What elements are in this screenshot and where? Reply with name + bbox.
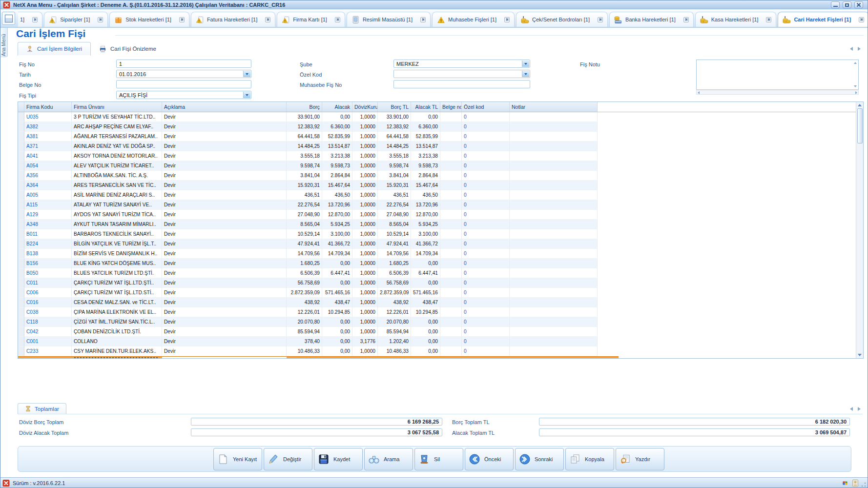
cell-borc[interactable]: 14.709,56 <box>287 249 322 259</box>
cell-doviz_kuru[interactable]: 1,0000 <box>352 259 378 268</box>
cell-borc_tl[interactable]: 9.598,74 <box>378 161 411 171</box>
cell-firma_kodu[interactable]: A129 <box>24 210 72 220</box>
cell-belge_no[interactable] <box>440 298 462 307</box>
cell-notlar[interactable] <box>510 327 598 337</box>
cell-notlar[interactable] <box>510 112 598 122</box>
cell-alacak_tl[interactable]: 41.366,72 <box>411 239 440 249</box>
cell-aciklama[interactable]: Devir <box>162 181 287 190</box>
tab-close-icon[interactable] <box>179 17 185 22</box>
cell-alacak[interactable]: 12.870,00 <box>322 210 352 220</box>
cell-aciklama[interactable]: Devir <box>162 298 287 307</box>
cell-firma_unvani[interactable]: CSY MARİNE DEN.TUR.ELEK.AKS.. <box>72 346 162 356</box>
table-row[interactable]: A364ARES TERSANECİLİK SAN VE TİC..Devir1… <box>18 181 863 190</box>
cell-ozel_kod[interactable]: 0 <box>462 112 510 122</box>
cell-firma_unvani[interactable]: ASİL MARİNE DENİZ ARAÇLARI S.. <box>72 190 162 200</box>
cell-alacak[interactable]: 0,00 <box>322 259 352 268</box>
cell-aciklama[interactable]: Devir <box>162 132 287 142</box>
cell-belge_no[interactable] <box>440 259 462 268</box>
cell-alacak_tl[interactable]: 438,47 <box>411 298 440 307</box>
table-row[interactable]: A348AYKUT TURAN TASARIM MİMARLI..Devir8.… <box>18 220 863 229</box>
app-tab[interactable]: Muhasebe Fişleri [1] <box>432 12 515 27</box>
cell-notlar[interactable] <box>510 200 598 210</box>
cell-doviz_kuru[interactable]: 1,0000 <box>352 210 378 220</box>
cell-aciklama[interactable]: Devir <box>162 142 287 151</box>
column-header-alacak_tl[interactable]: Alacak TL <box>411 102 440 112</box>
tab-close-icon[interactable] <box>598 17 603 22</box>
column-header-borc[interactable]: Borç <box>287 102 322 112</box>
cell-alacak_tl[interactable]: 0,00 <box>411 317 440 327</box>
cell-indicator[interactable] <box>18 200 24 210</box>
cell-ozel_kod[interactable]: 0 <box>462 151 510 161</box>
tab-close-icon[interactable] <box>766 17 771 22</box>
cell-belge_no[interactable] <box>440 181 462 190</box>
cell-firma_unvani[interactable]: ÇOBAN DENİZCİLİK LTD.ŞTİ. <box>72 327 162 337</box>
cell-ozel_kod[interactable]: 0 <box>462 190 510 200</box>
cell-belge_no[interactable] <box>440 278 462 288</box>
column-header-doviz_kuru[interactable]: DövizKuru <box>352 102 378 112</box>
textarea-scroll-down-icon[interactable] <box>854 85 857 87</box>
cell-borc_tl[interactable]: 33.901,00 <box>378 112 411 122</box>
cell-ozel_kod[interactable]: 0 <box>462 327 510 337</box>
cell-belge_no[interactable] <box>440 327 462 337</box>
cell-borc[interactable]: 64.441,58 <box>287 132 322 142</box>
table-row[interactable]: A115ATALAY YAT TURİZM SANAYİ VE..Devir22… <box>18 200 863 210</box>
column-header-belge_no[interactable]: Belge no <box>440 102 462 112</box>
cell-alacak[interactable]: 0,00 <box>322 327 352 337</box>
arama-button[interactable]: Arama <box>364 448 413 470</box>
cell-firma_unvani[interactable]: ÇİZGİ YAT İML.TURİZM SAN.TİC.L.. <box>72 317 162 327</box>
cell-aciklama[interactable]: Devir <box>162 122 287 132</box>
cell-notlar[interactable] <box>510 278 598 288</box>
restore-button[interactable] <box>843 1 851 8</box>
cell-firma_unvani[interactable]: 3 P TURİZM VE SEYAHAT TİC.LTD.. <box>72 112 162 122</box>
cell-alacak_tl[interactable]: 6.360,00 <box>411 122 440 132</box>
cell-alacak_tl[interactable]: 14.709,34 <box>411 249 440 259</box>
cell-notlar[interactable] <box>510 122 598 132</box>
cell-indicator[interactable] <box>18 278 24 288</box>
cell-firma_kodu[interactable]: B224 <box>24 239 72 249</box>
cell-alacak[interactable]: 436,50 <box>322 190 352 200</box>
cell-alacak_tl[interactable]: 10.294,85 <box>411 307 440 317</box>
cell-alacak[interactable]: 6.360,00 <box>322 122 352 132</box>
cell-notlar[interactable] <box>510 239 598 249</box>
table-row[interactable]: A041AKSOY TORNA DENİZ MOTORLAR..Devir3.5… <box>18 151 863 161</box>
cell-aciklama[interactable]: Devir <box>162 161 287 171</box>
cell-alacak[interactable]: 13.514,87 <box>322 142 352 151</box>
cell-indicator[interactable] <box>18 190 24 200</box>
cell-indicator[interactable] <box>18 259 24 268</box>
cell-firma_unvani[interactable]: ARC AHŞAP REÇİNE CAM ELYAF.. <box>72 122 162 132</box>
table-row[interactable]: B138BİZİM SERVİS VE DANIŞMANLIK H..Devir… <box>18 249 863 259</box>
cell-notlar[interactable] <box>510 346 598 356</box>
minimize-button[interactable] <box>831 1 840 8</box>
cell-firma_unvani[interactable]: COLLANO <box>72 337 162 346</box>
cell-firma_unvani[interactable]: BLUE KİNG YATCH DÖŞEME MUS.. <box>72 259 162 268</box>
pager-right-icon[interactable] <box>858 47 861 51</box>
cell-doviz_kuru[interactable]: 1,0000 <box>352 142 378 151</box>
cell-ozel_kod[interactable]: 0 <box>462 239 510 249</box>
table-row[interactable]: A371AKINLAR DENİZ YAT VE DOĞA SP..Devir1… <box>18 142 863 151</box>
cell-firma_unvani[interactable]: ÇARKÇI TURİZM YAT İŞL.LTD.ŞTİ.. <box>72 278 162 288</box>
column-header-alacak[interactable]: Alacak <box>322 102 352 112</box>
cell-firma_kodu[interactable]: C006 <box>24 288 72 298</box>
cell-firma_unvani[interactable]: ÇIPA MARİNA ELEKTRONİK VE EL.. <box>72 307 162 317</box>
cell-belge_no[interactable] <box>440 210 462 220</box>
cell-belge_no[interactable] <box>440 200 462 210</box>
cell-borc[interactable]: 3.555,18 <box>287 151 322 161</box>
cell-borc_tl[interactable]: 15.920,31 <box>378 181 411 190</box>
cell-borc_tl[interactable]: 85.594,94 <box>378 327 411 337</box>
cell-firma_unvani[interactable]: AYKUT TURAN TASARIM MİMARLI.. <box>72 220 162 229</box>
tab-cari-fisi-onizleme[interactable]: Cari Fişi Önizleme <box>91 42 165 56</box>
cell-alacak_tl[interactable]: 9.598,73 <box>411 161 440 171</box>
cell-doviz_kuru[interactable]: 1,0000 <box>352 288 378 298</box>
sube-dropdown-icon[interactable] <box>522 61 529 67</box>
cell-doviz_kuru[interactable]: 1,0000 <box>352 161 378 171</box>
cell-alacak_tl[interactable]: 436,50 <box>411 190 440 200</box>
table-row[interactable]: C042ÇOBAN DENİZCİLİK LTD.ŞTİ.Devir85.594… <box>18 327 863 337</box>
cell-firma_kodu[interactable]: B011 <box>24 229 72 239</box>
column-header-indicator[interactable] <box>18 102 24 112</box>
cell-alacak[interactable]: 0,00 <box>322 317 352 327</box>
cell-ozel_kod[interactable]: 0 <box>462 171 510 181</box>
cell-alacak_tl[interactable]: 0,00 <box>411 278 440 288</box>
cell-ozel_kod[interactable]: 0 <box>462 132 510 142</box>
column-header-ozel_kod[interactable]: Özel kod <box>462 102 510 112</box>
table-row[interactable]: C011ÇARKÇI TURİZM YAT İŞL.LTD.ŞTİ..Devir… <box>18 278 863 288</box>
